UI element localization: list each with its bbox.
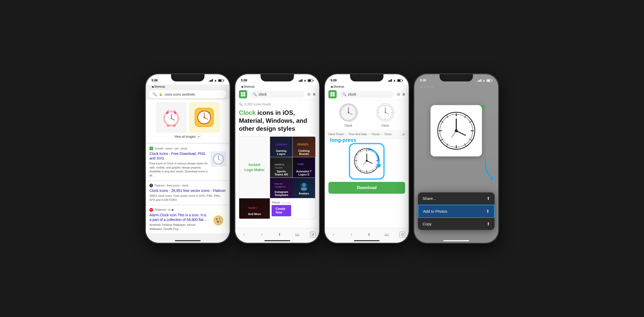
search-bar-1[interactable]: 🔍 🔒 clock icons aesthetic [149, 90, 227, 98]
status-icons-1: ▲ [209, 79, 224, 82]
nav-back-3[interactable]: ◀ Shortcuts [325, 85, 409, 89]
download-button-3[interactable]: Download [328, 182, 405, 194]
close-icon-3[interactable]: ✕ [402, 132, 405, 137]
svg-point-38 [302, 183, 306, 187]
tabs-button-3[interactable]: ⊡ [399, 232, 405, 237]
phone-3-screen: 5:09 ↗ ▲ ◀ Shortcuts [325, 74, 409, 243]
share-item-share[interactable]: Share... ⬆ [418, 192, 495, 205]
forward-button-3[interactable]: › [346, 230, 356, 239]
share-item-add-to-photos[interactable]: Add to Photos ⬆ [418, 205, 495, 218]
view-all-images[interactable]: View all images ▾ [148, 133, 228, 141]
menu-icon-3[interactable]: ≡ [402, 92, 405, 97]
svg-rect-26 [241, 92, 243, 94]
filter-icon-3[interactable]: ⚙ [397, 92, 400, 97]
filter-icon-2[interactable]: ⚙ [307, 92, 311, 97]
phone-2-screen: 5:09 ↗ ▲ ◀ Shortcuts [235, 74, 319, 243]
svg-text:BRANDS: BRANDS [297, 143, 308, 146]
forward-button-2[interactable]: › [257, 230, 267, 239]
andmore-cell[interactable]: Charlie's And More [239, 198, 270, 219]
search-query-1[interactable]: clock icons aesthetic [165, 92, 195, 96]
svg-rect-42 [333, 92, 335, 94]
thumb-cookie-svg [212, 214, 225, 227]
status-icons-3: ▲ [388, 79, 403, 82]
instagram-label: Instagram Templates [272, 190, 291, 197]
animated-logos-cell[interactable]: TUNE Animated 7 Logos E [293, 157, 315, 178]
clock-item-1[interactable]: Clock [339, 103, 358, 127]
search-result-3[interactable]: P Pinterest › in ◉ Alarm Clock Icon This… [146, 206, 230, 234]
result-title-3[interactable]: Alarm Clock Icon This is a icon. It is a… [149, 213, 209, 222]
menu-icon-2[interactable]: ≡ [313, 92, 316, 97]
result-title-2[interactable]: Clock Icons - 28,951 free vector icons -… [149, 188, 226, 193]
gaming-logos-cell[interactable]: GAMING Gaming Logos [270, 137, 293, 157]
status-icons-4: ▲ [478, 79, 493, 82]
search-text-3[interactable]: clock [348, 92, 356, 96]
clock-item-2[interactable]: Clock [375, 103, 395, 127]
search-box-2[interactable]: 🔍 clock [250, 91, 305, 98]
avatars-label: Avatars [299, 192, 309, 195]
tabs-button-2[interactable]: ⊡ [310, 232, 316, 237]
icons8-header: 🔍 clock ⚙ ≡ [235, 89, 319, 100]
svg-text:Charlie's: Charlie's [248, 207, 257, 209]
location-icon-1: ↗ [182, 79, 184, 82]
image-placeholder-ios-clock[interactable] [189, 102, 220, 133]
chevron-down-icon[interactable]: ▾ [197, 134, 201, 139]
search-text-2[interactable]: clock [258, 92, 267, 96]
clothing-brands-img: BRANDS [297, 138, 311, 148]
back-button-3[interactable]: ‹ [328, 230, 339, 239]
share-item-copy[interactable]: Copy ⬆ [418, 218, 495, 230]
signal-icon-2 [299, 79, 302, 82]
svg-text:SPORTS: SPORTS [275, 163, 284, 166]
search-icon-2: 🔍 [253, 92, 257, 96]
svg-point-14 [199, 112, 200, 114]
svg-marker-59 [376, 164, 381, 167]
search-box-3[interactable]: 🔍 clock [339, 91, 394, 98]
phone-4: 5:09 ↗ ▲ ◀ Shortcuts [414, 74, 499, 243]
wifi-icon-1: ▲ [214, 79, 217, 82]
nav-back-1[interactable]: ◀ Shortcuts [146, 85, 230, 89]
animated-logos-img: TUNE [297, 159, 311, 169]
sports-teams-cell[interactable]: SPORTSTEAMS Sports Teams AR [270, 157, 293, 178]
long-press-annotation: long-press [330, 137, 356, 143]
share-button-2[interactable]: ⬆ [274, 230, 285, 239]
result-title-1[interactable]: Clock Icons - Free Download, PNG and SVG [149, 151, 209, 161]
share-button-3[interactable]: ⬆ [364, 230, 374, 239]
bookmark-button-2[interactable]: 📖 [292, 230, 302, 239]
battery-icon-2 [308, 79, 314, 82]
sports-teams-img: SPORTSTEAMS [274, 159, 289, 169]
instagram-templates-img: DALLASCOWBOYS [274, 179, 289, 190]
wifi-icon-4: ▲ [482, 79, 486, 82]
header-controls-2: ⚙ ≡ [307, 92, 316, 97]
image-placeholder-alarm[interactable] [156, 102, 187, 133]
result-desc-3: Aesthetic Desktop Wallpaper, Iphone Wall… [149, 223, 209, 231]
nav-back-2[interactable]: ◀ Shortcuts [235, 85, 319, 89]
placeit-cell[interactable]: Placeit · by envato Create Now [270, 198, 293, 219]
clothing-brands-cell[interactable]: BRANDS Clothing Brands [293, 137, 315, 157]
ad-grid: InstantLogo Maker GAMING Gaming Logos BR… [239, 136, 316, 219]
status-bar-4: 5:09 ↗ ▲ [414, 74, 498, 85]
time-4: 5:09 [420, 79, 426, 82]
add-to-photos-icon: ⬆ [486, 209, 489, 214]
phone-4-screen: 5:09 ↗ ▲ ◀ Shortcuts [414, 74, 498, 243]
home-indicator-2 [264, 240, 290, 241]
time-3: 5:09 [330, 79, 337, 82]
long-press-arrow [366, 147, 381, 167]
instagram-templates-cell[interactable]: DALLASCOWBOYS Instagram Templates [270, 178, 293, 198]
bookmark-button-3[interactable]: 📖 [382, 230, 392, 239]
location-icon-2: ↗ [272, 79, 274, 82]
avatars-cell[interactable]: Avatars [293, 178, 315, 198]
result-source-1: i Icons8 › icons › set › clock [149, 147, 226, 150]
create-now-button[interactable]: Create Now [272, 205, 291, 216]
instant-logo-maker[interactable]: InstantLogo Maker [239, 137, 270, 198]
home-indicator-4 [443, 240, 469, 241]
location-icon-3: ↗ [361, 79, 363, 82]
search-result-1[interactable]: i Icons8 › icons › set › clock Clock Ico… [146, 144, 230, 180]
svg-point-5 [166, 112, 168, 114]
icons-found: 🔍 2,352 icons found [235, 100, 319, 107]
result-desc-2: 28951 clock icons. Free vector icons in … [149, 194, 226, 202]
back-button-2[interactable]: ‹ [239, 230, 249, 239]
result-desc-1: Free icons of Clock in various design st… [149, 162, 209, 178]
avatars-img [297, 181, 311, 191]
search-result-2[interactable]: ▼ Flaticon › free-icons › clock Clock Ic… [146, 181, 230, 204]
svg-text:COWBOYS: COWBOYS [275, 186, 285, 188]
svg-point-39 [301, 187, 307, 191]
